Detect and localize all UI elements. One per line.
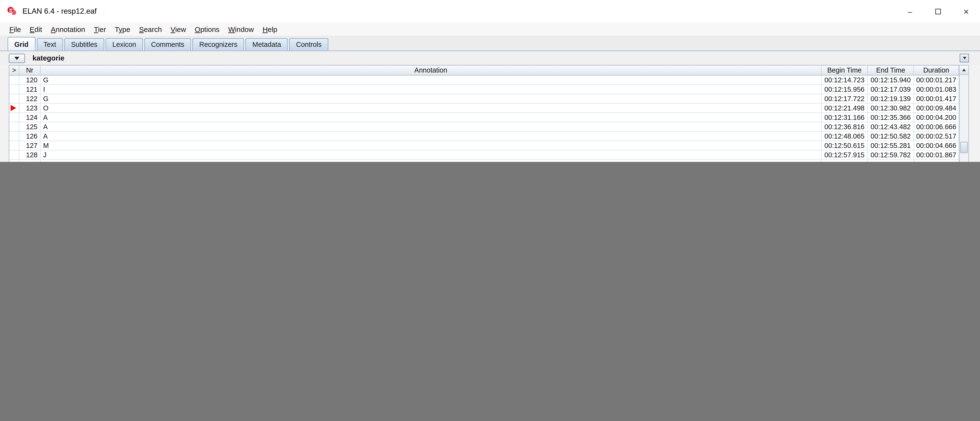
- minimize-button[interactable]: –: [896, 0, 924, 22]
- menu-file[interactable]: File: [5, 24, 25, 35]
- close-icon: ×: [963, 6, 969, 17]
- grid-scrollbar-thumb[interactable]: [960, 142, 968, 153]
- scroll-up-button[interactable]: [959, 65, 968, 75]
- cell-begin-time: 00:13:01.356: [822, 160, 868, 162]
- cell-begin-time: 00:12:57.915: [822, 151, 868, 160]
- active-row-marker-cell: [10, 113, 19, 122]
- active-row-marker-cell: [10, 122, 19, 132]
- active-row-marker-cell: [10, 160, 19, 162]
- tab-lexicon[interactable]: Lexicon: [105, 38, 143, 51]
- cell-duration: 00:00:06.666: [914, 122, 959, 132]
- tab-controls[interactable]: Controls: [289, 38, 329, 51]
- close-button[interactable]: ×: [952, 0, 980, 22]
- active-row-marker-cell: [10, 85, 19, 94]
- grid-toolbar: kategorie: [0, 51, 980, 65]
- grid-options-button[interactable]: [9, 53, 25, 63]
- cell-annotation: O: [41, 160, 822, 162]
- window-controls: – ×: [896, 0, 980, 22]
- cell-begin-time: 00:12:50.615: [822, 141, 868, 151]
- menubar: FileEditAnnotationTierTypeSearchViewOpti…: [0, 22, 980, 36]
- menu-help[interactable]: Help: [258, 24, 282, 35]
- menu-window[interactable]: Window: [224, 24, 258, 35]
- annotation-row[interactable]: 125A00:12:36.81600:12:43.48200:00:06.666: [10, 122, 959, 132]
- grid-tier-name: kategorie: [32, 54, 64, 62]
- cell-nr: 122: [19, 94, 41, 104]
- cell-end-time: 00:12:43.482: [868, 122, 914, 132]
- annotation-row[interactable]: 127M00:12:50.61500:12:55.28100:00:04.666: [10, 141, 959, 151]
- cell-begin-time: 00:12:48.065: [822, 132, 868, 141]
- scroll-up-icon: [962, 69, 966, 71]
- menu-search[interactable]: Search: [135, 24, 166, 35]
- chevron-down-icon: [963, 57, 966, 59]
- cell-nr: 120: [19, 76, 41, 85]
- annotation-row[interactable]: 124A00:12:31.16600:12:35.36600:00:04.200: [10, 113, 959, 122]
- cell-nr: 128: [19, 151, 41, 160]
- active-row-marker-cell: [10, 151, 19, 160]
- cell-end-time: 00:12:50.582: [868, 132, 914, 141]
- menu-annotation[interactable]: Annotation: [46, 24, 89, 35]
- tab-text[interactable]: Text: [37, 38, 63, 51]
- cell-end-time: 00:12:17.039: [868, 85, 914, 94]
- annotation-row[interactable]: 122G00:12:17.72200:12:19.13900:00:01.417: [10, 94, 959, 104]
- tab-subtitles[interactable]: Subtitles: [64, 38, 104, 51]
- active-annotation-icon: [11, 105, 16, 111]
- active-row-marker-cell: [10, 94, 19, 104]
- cell-duration: 00:00:01.217: [914, 76, 959, 85]
- cell-annotation: M: [41, 141, 822, 151]
- cell-begin-time: 00:12:36.816: [822, 122, 868, 132]
- window-title: ELAN 6.4 - resp12.eaf: [22, 7, 97, 16]
- column-header: Begin Time: [822, 65, 868, 76]
- menu-options[interactable]: Options: [191, 24, 224, 35]
- cell-nr: 129: [19, 160, 41, 162]
- cell-end-time: 00:12:30.982: [868, 104, 914, 113]
- cell-nr: 123: [19, 104, 41, 113]
- column-header: Annotation: [41, 65, 822, 76]
- cell-nr: 121: [19, 85, 41, 94]
- active-row-marker-cell: [10, 141, 19, 151]
- cell-nr: 125: [19, 122, 41, 132]
- cell-nr: 124: [19, 113, 41, 122]
- tab-recognizers[interactable]: Recognizers: [192, 38, 244, 51]
- tabstrip: GridTextSubtitlesLexiconCommentsRecogniz…: [0, 36, 980, 51]
- cell-duration: 00:00:01.867: [914, 151, 959, 160]
- cell-end-time: 00:12:35.366: [868, 113, 914, 122]
- column-header: >: [10, 65, 19, 76]
- cell-duration: 00:00:04.200: [914, 113, 959, 122]
- column-header: Duration: [914, 65, 959, 76]
- menu-edit[interactable]: Edit: [25, 24, 46, 35]
- tab-comments[interactable]: Comments: [144, 38, 191, 51]
- grid-scrollbar[interactable]: [959, 65, 969, 162]
- grid-tier-dropdown-button[interactable]: [959, 54, 969, 62]
- triangle-down-icon: [14, 56, 19, 60]
- column-header: Nr: [19, 65, 41, 76]
- cell-annotation: G: [41, 94, 822, 104]
- annotation-row[interactable]: 128J00:12:57.91500:12:59.78200:00:01.867: [10, 151, 959, 160]
- menu-view[interactable]: View: [166, 24, 191, 35]
- menu-tier[interactable]: Tier: [89, 24, 110, 35]
- annotation-row[interactable]: 129O00:13:01.35600:13:04.73300:00:03.377: [10, 160, 959, 162]
- menu-type[interactable]: Type: [110, 24, 135, 35]
- annotation-row[interactable]: 123O00:12:21.49800:12:30.98200:00:09.484: [10, 104, 959, 113]
- tab-grid[interactable]: Grid: [8, 37, 35, 51]
- active-row-marker-cell: [10, 104, 19, 113]
- annotation-row[interactable]: 120G00:12:14.72300:12:15.94000:00:01.217: [10, 76, 959, 85]
- cell-annotation: O: [41, 104, 822, 113]
- cell-annotation: J: [41, 151, 822, 160]
- active-row-marker-cell: [10, 132, 19, 141]
- minimize-icon: –: [908, 6, 912, 16]
- annotation-row[interactable]: 121I00:12:15.95600:12:17.03900:00:01.083: [10, 85, 959, 94]
- elan-window: ELAN 6.4 - resp12.eaf – × FileEditAnnota…: [0, 0, 980, 162]
- active-row-marker-cell: [10, 76, 19, 85]
- annotation-grid: >NrAnnotationBegin TimeEnd TimeDuration …: [9, 65, 969, 162]
- cell-duration: 00:00:01.083: [914, 85, 959, 94]
- cell-begin-time: 00:12:21.498: [822, 104, 868, 113]
- cell-nr: 126: [19, 132, 41, 141]
- cell-duration: 00:00:09.484: [914, 104, 959, 113]
- cell-duration: 00:00:02.517: [914, 132, 959, 141]
- cell-begin-time: 00:12:15.956: [822, 85, 868, 94]
- annotation-row[interactable]: 126A00:12:48.06500:12:50.58200:00:02.517: [10, 132, 959, 141]
- cell-duration: 00:00:01.417: [914, 94, 959, 104]
- maximize-button[interactable]: [924, 0, 952, 22]
- tab-metadata[interactable]: Metadata: [245, 38, 288, 51]
- maximize-icon: [935, 8, 941, 14]
